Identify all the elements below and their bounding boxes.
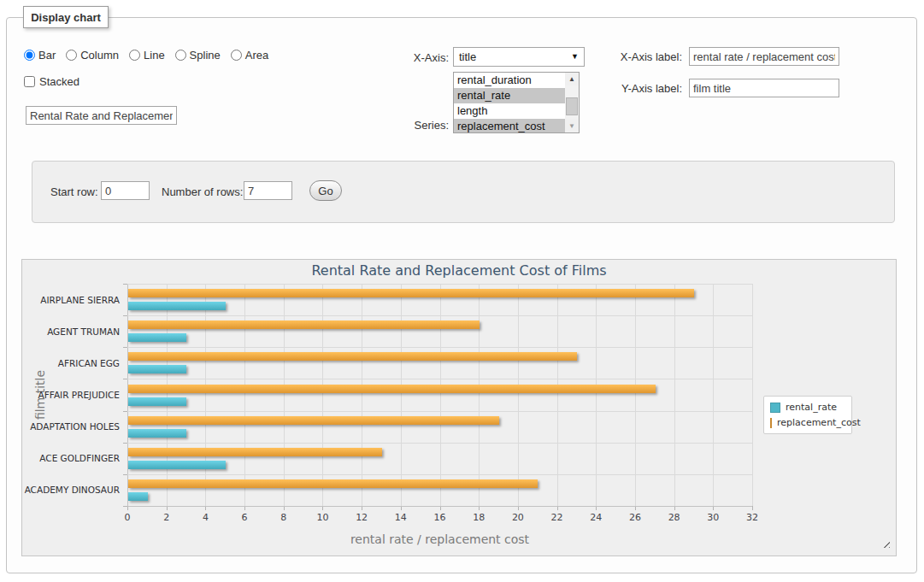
chart-type-radio-area[interactable] — [231, 50, 242, 61]
chart-type-radio-column[interactable] — [66, 50, 77, 61]
series-option-rental_rate[interactable]: rental_rate — [454, 88, 565, 103]
x-axis-tick — [752, 506, 753, 510]
number-of-rows-input[interactable] — [244, 181, 292, 200]
x-tick-label: 6 — [232, 512, 257, 523]
grid-line-h — [127, 474, 752, 475]
chart-title-input[interactable] — [26, 106, 177, 125]
grid-line-v — [167, 284, 168, 506]
y-axis-tick — [123, 347, 127, 348]
grid-line-v — [322, 284, 323, 506]
x-axis-label-input[interactable] — [689, 47, 839, 66]
x-tick-label: 2 — [154, 512, 180, 523]
bar-rental_rate[interactable] — [128, 492, 148, 501]
bar-replacement_cost[interactable] — [128, 448, 382, 456]
category-label: ACE GOLDFINGER — [22, 453, 120, 463]
grid-line-v — [635, 284, 636, 506]
chart-type-label: Spline — [190, 49, 221, 62]
bar-replacement_cost[interactable] — [128, 416, 499, 425]
bar-rental_rate[interactable] — [128, 302, 226, 310]
scroll-thumb[interactable] — [566, 97, 578, 115]
grid-line-h — [127, 443, 752, 444]
chart-type-radio-line[interactable] — [129, 50, 140, 61]
chart-type-label: Area — [245, 49, 268, 62]
go-button-label: Go — [318, 185, 333, 197]
x-tick-label: 28 — [662, 512, 687, 523]
bar-rental_rate[interactable] — [128, 397, 186, 406]
grid-line-h — [127, 379, 752, 379]
bar-rental_rate[interactable] — [128, 365, 186, 373]
y-axis-label-caption: Y-Axis label: — [607, 82, 682, 95]
bar-rental_rate[interactable] — [128, 333, 186, 342]
grid-line-h — [127, 347, 752, 348]
bar-replacement_cost[interactable] — [128, 479, 538, 488]
chart-container: Rental Rate and Replacement Cost of Film… — [21, 259, 897, 556]
y-axis-tick — [123, 411, 127, 412]
y-axis-tick — [123, 506, 127, 507]
chart-type-label: Bar — [38, 49, 56, 62]
chart-title: Rental Rate and Replacement Cost of Film… — [22, 262, 896, 279]
bar-rental_rate[interactable] — [128, 429, 186, 438]
resize-handle-icon[interactable] — [880, 538, 890, 548]
series-option-length[interactable]: length — [454, 103, 565, 119]
chart-type-radio-group: BarColumnLineSplineArea — [24, 47, 275, 62]
grid-line-v — [244, 284, 245, 506]
scroll-up-icon[interactable]: ▲ — [565, 73, 579, 85]
y-axis-tick — [123, 474, 127, 475]
x-tick-label: 16 — [427, 512, 453, 523]
go-button[interactable]: Go — [309, 180, 342, 201]
grid-line-v — [518, 284, 519, 506]
legend-label: rental_rate — [786, 402, 837, 413]
chart-legend: rental_ratereplacement_cost — [763, 396, 852, 434]
grid-line-v — [479, 284, 480, 506]
bar-replacement_cost[interactable] — [128, 352, 577, 361]
grid-line-h — [127, 315, 752, 316]
y-axis-tick — [123, 284, 127, 285]
bar-replacement_cost[interactable] — [128, 385, 656, 393]
x-tick-label: 4 — [192, 512, 218, 523]
x-tick-label: 10 — [309, 512, 335, 523]
legend-item-rental_rate[interactable]: rental_rate — [770, 402, 845, 413]
bar-replacement_cost[interactable] — [128, 320, 480, 329]
chart-type-radio-bar[interactable] — [24, 50, 35, 61]
chevron-down-icon: ▼ — [571, 52, 579, 61]
x-tick-label: 12 — [349, 512, 374, 523]
chart-type-label: Column — [80, 49, 119, 62]
scroll-down-icon[interactable]: ▼ — [565, 120, 579, 132]
x-axis-select[interactable]: title ▼ — [453, 47, 585, 67]
x-tick-label: 8 — [271, 512, 297, 523]
grid-line-v — [713, 284, 714, 506]
y-axis-label-input[interactable] — [689, 79, 839, 97]
legend-item-replacement_cost[interactable]: replacement_cost — [770, 417, 845, 428]
legend-swatch — [770, 403, 780, 413]
series-listbox-label: Series: — [393, 119, 449, 132]
y-axis-tick — [123, 443, 127, 444]
category-label: AIRPLANE SIERRA — [22, 295, 120, 305]
series-option-replacement_cost[interactable]: replacement_cost — [454, 119, 565, 133]
legend-swatch — [770, 418, 772, 428]
series-option-rental_duration[interactable]: rental_duration — [454, 73, 565, 88]
start-row-input[interactable] — [101, 181, 150, 200]
x-tick-label: 22 — [544, 512, 570, 523]
chart-type-option: Spline — [175, 49, 221, 62]
series-options: rental_durationrental_ratelengthreplacem… — [454, 73, 579, 133]
bar-replacement_cost[interactable] — [128, 289, 694, 297]
series-scrollbar[interactable]: ▲ ▼ — [565, 73, 579, 132]
panel-legend: Display chart — [23, 6, 109, 28]
page: Display chart BarColumnLineSplineArea St… — [0, 0, 924, 582]
bar-rental_rate[interactable] — [128, 461, 226, 469]
series-listbox[interactable]: rental_durationrental_ratelengthreplacem… — [453, 72, 580, 133]
grid-line-v — [596, 284, 597, 506]
chart-type-label: Line — [144, 49, 165, 62]
grid-line-v — [284, 284, 285, 506]
x-axis-select-label: X-Axis: — [393, 51, 449, 64]
chart-type-radio-spline[interactable] — [175, 50, 186, 61]
y-axis-tick — [123, 315, 127, 316]
stacked-checkbox[interactable] — [24, 76, 35, 87]
grid-line-v — [674, 284, 675, 506]
number-of-rows-label: Number of rows: — [162, 185, 243, 198]
grid-line-v — [401, 284, 402, 506]
x-axis-title: rental rate / replacement cost — [127, 532, 752, 546]
grid-line-v — [557, 284, 558, 506]
chart-type-option: Column — [66, 49, 119, 62]
category-label: AFRICAN EGG — [22, 358, 120, 368]
